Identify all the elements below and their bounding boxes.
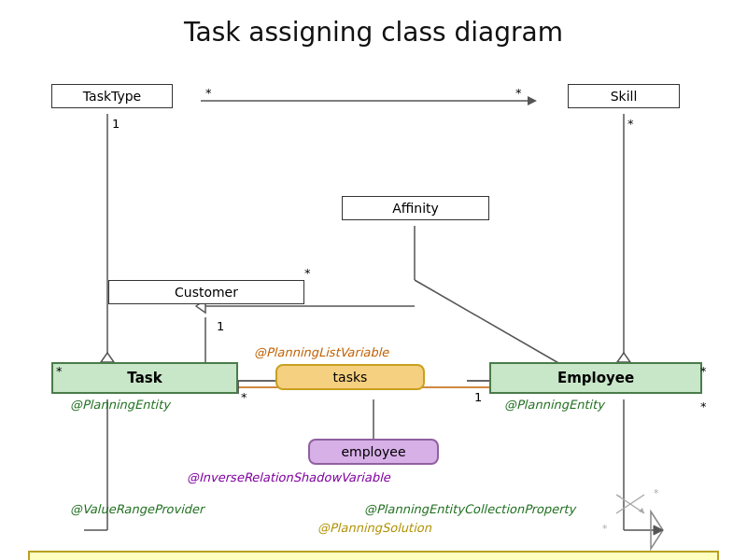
solution-arrows: * * — [598, 485, 672, 541]
planning-entity-collection-annotation: @PlanningEntityCollectionProperty — [364, 502, 575, 516]
svg-marker-1 — [528, 96, 537, 105]
affinity-star: * — [304, 266, 311, 280]
inverse-relation-annotation: @InverseRelationShadowVariable — [187, 470, 390, 484]
mult-tasktype-1: 1 — [112, 117, 120, 131]
svg-line-11 — [415, 280, 560, 364]
mult-task-star: * — [241, 390, 247, 404]
tasks-field-box: tasks — [275, 364, 425, 390]
mult-skill-star2: * — [627, 117, 634, 131]
svg-marker-5 — [617, 353, 630, 362]
tasktype-box: TaskType — [51, 84, 173, 108]
employee-box: Employee — [489, 362, 702, 394]
planning-solution-annotation: @PlanningSolution — [317, 521, 431, 535]
mult-employee-1: 1 — [474, 390, 482, 404]
planning-entity-left: @PlanningEntity — [70, 398, 170, 412]
mult-task-left-star: * — [56, 364, 63, 378]
mult-tasktype-star: * — [205, 86, 212, 100]
svg-text:*: * — [602, 523, 608, 535]
employee-field-box: employee — [308, 439, 439, 465]
skill-box: Skill — [568, 84, 680, 108]
planning-list-variable-annotation: @PlanningListVariable — [254, 345, 388, 359]
page-title: Task assigning class diagram — [0, 0, 747, 57]
svg-marker-3 — [101, 353, 114, 362]
customer-1: 1 — [217, 319, 224, 333]
planning-entity-right: @PlanningEntity — [504, 398, 604, 412]
value-range-provider-annotation: @ValueRangeProvider — [70, 502, 204, 516]
mult-skill-star: * — [515, 86, 522, 100]
mult-employee-star2: * — [700, 399, 707, 413]
mult-employee-right-star: * — [700, 364, 707, 378]
customer-box: Customer — [108, 280, 304, 304]
svg-text:*: * — [654, 487, 659, 499]
affinity-box: Affinity — [342, 196, 489, 220]
task-box: Task — [51, 362, 238, 394]
